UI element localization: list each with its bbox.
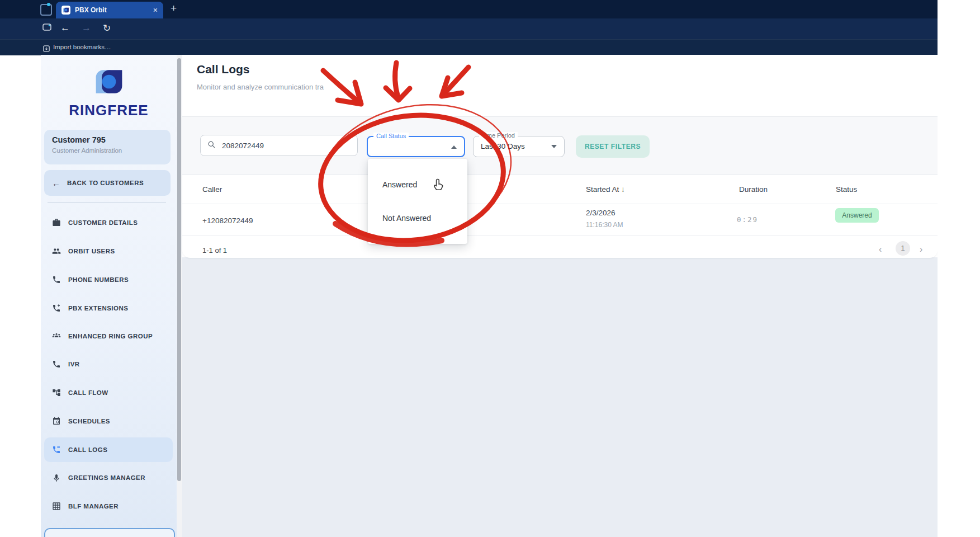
call-logs-icon	[52, 445, 61, 454]
phone-plus-icon	[52, 304, 61, 313]
tab-close-icon[interactable]: ×	[153, 6, 158, 15]
sidebar-item-greetings-manager[interactable]: GREETINGS MANAGER	[44, 467, 173, 489]
grid-icon	[52, 502, 61, 511]
firefox-view-icon[interactable]	[42, 23, 51, 34]
ringfree-logo-icon	[93, 88, 125, 98]
voice-icon	[52, 473, 61, 482]
calendar-icon	[52, 417, 61, 426]
browser-toolbar: ← → ↻ orbit.ringfree.com/customers/795/c…	[0, 18, 938, 39]
sidebar-scrollbar-thumb[interactable]	[177, 58, 181, 481]
cell-caller: +12082072449	[202, 216, 253, 225]
sidebar-item-phone-numbers[interactable]: PHONE NUMBERS	[44, 268, 173, 291]
back-to-customers-button[interactable]: ← BACK TO CUSTOMERS	[44, 170, 171, 196]
sidebar-item-enhanced-ring-group[interactable]: ENHANCED RING GROUP	[44, 325, 173, 347]
sidebar-item-customer-details[interactable]: CUSTOMER DETAILS	[44, 211, 173, 234]
cell-started-time: 11:16:30 AM	[586, 221, 623, 229]
pagination-page-1[interactable]: 1	[896, 241, 910, 256]
page-title: Call Logs	[197, 63, 250, 76]
main-content: Call Logs Monitor and analyze communicat…	[182, 55, 938, 537]
browser-tab-bar: PBX Orbit × +	[0, 0, 938, 18]
menu-option-answered[interactable]: Answered	[368, 172, 467, 197]
search-input[interactable]	[221, 141, 351, 150]
tree-icon	[52, 388, 61, 397]
call-logs-card: Call Status Answered Not Answered Time P…	[182, 116, 938, 258]
customer-card: Customer 795 Customer Administration	[44, 130, 171, 164]
cell-duration: 0:29	[737, 215, 758, 224]
sidebar-item-blf-manager[interactable]: BLF MANAGER	[44, 495, 173, 517]
sidebar-item-pbx-extensions[interactable]: PBX EXTENSIONS	[44, 297, 173, 319]
column-header-started-at[interactable]: Started At ↓	[586, 185, 625, 194]
users-icon	[52, 247, 61, 256]
table-header-divider	[182, 204, 938, 204]
column-header-duration: Duration	[739, 185, 768, 194]
tab-title: PBX Orbit	[75, 6, 150, 14]
pagination-range: 1-1 of 1	[202, 246, 227, 255]
time-period-label: Time Period	[479, 132, 518, 139]
import-bookmarks-label[interactable]: Import bookmarks…	[53, 44, 111, 50]
screenshot-canvas: PBX Orbit × + ← → ↻ orbit.ringfree.com/c…	[0, 0, 980, 537]
browser-tab[interactable]: PBX Orbit ×	[56, 2, 163, 18]
reload-button-icon[interactable]: ↻	[103, 22, 111, 34]
sidebar-item-ivr[interactable]: IVR	[44, 353, 173, 375]
customer-subtitle: Customer Administration	[52, 147, 163, 154]
search-icon	[207, 140, 216, 151]
page-subtitle: Monitor and analyze communication tra	[197, 83, 324, 91]
page-background	[182, 257, 938, 537]
table-top-divider	[182, 175, 938, 175]
pagination-prev-icon[interactable]: ‹	[879, 244, 882, 255]
menu-option-not-answered[interactable]: Not Answered	[368, 205, 467, 231]
phone-icon	[52, 275, 61, 284]
phone-icon	[52, 360, 61, 369]
briefcase-icon	[52, 218, 61, 227]
call-status-menu: Answered Not Answered	[368, 159, 467, 244]
right-margin	[938, 0, 980, 537]
forward-button-icon[interactable]: →	[82, 22, 91, 34]
sidebar-divider	[48, 202, 166, 202]
sidebar-item-call-logs[interactable]: CALL LOGS	[44, 437, 173, 462]
group-icon	[52, 332, 61, 341]
search-box[interactable]	[200, 135, 358, 156]
customer-title: Customer 795	[52, 135, 163, 144]
cell-started-date: 2/3/2026	[586, 209, 616, 217]
tab-favicon-icon	[61, 6, 70, 15]
sidebar-item-call-flow[interactable]: CALL FLOW	[44, 381, 173, 404]
column-header-status: Status	[836, 185, 857, 194]
sidebar-item-schedules[interactable]: SCHEDULES	[44, 410, 173, 432]
back-button-icon[interactable]: ←	[60, 22, 70, 34]
call-status-select[interactable]: Call Status	[367, 136, 465, 157]
bookmarks-bar: Import bookmarks…	[0, 39, 938, 55]
caret-up-icon	[451, 145, 457, 149]
back-arrow-icon: ←	[52, 178, 60, 188]
sidebar-item-orbit-users[interactable]: ORBIT USERS	[44, 240, 173, 262]
call-status-label: Call Status	[373, 133, 409, 139]
new-tab-button[interactable]: +	[171, 2, 177, 15]
column-header-caller: Caller	[202, 185, 222, 194]
pagination-next-icon[interactable]: ›	[920, 244, 922, 255]
import-bookmarks-icon	[43, 44, 50, 54]
sort-desc-icon: ↓	[621, 185, 625, 194]
time-period-select[interactable]: Time Period Last 30 Days	[473, 136, 565, 157]
sidebar: RINGFREE Customer 795 Customer Administr…	[41, 55, 177, 537]
caret-down-icon	[551, 145, 557, 148]
time-period-value: Last 30 Days	[481, 142, 525, 150]
background-window-icon	[40, 4, 52, 16]
table-row-divider	[182, 235, 938, 236]
brand-name: RINGFREE	[41, 102, 177, 119]
sidebar-bottom-card	[44, 528, 175, 537]
status-badge: Answered	[835, 208, 879, 223]
background-window-dot	[47, 3, 50, 6]
reset-filters-button[interactable]: RESET FILTERS	[576, 135, 650, 158]
